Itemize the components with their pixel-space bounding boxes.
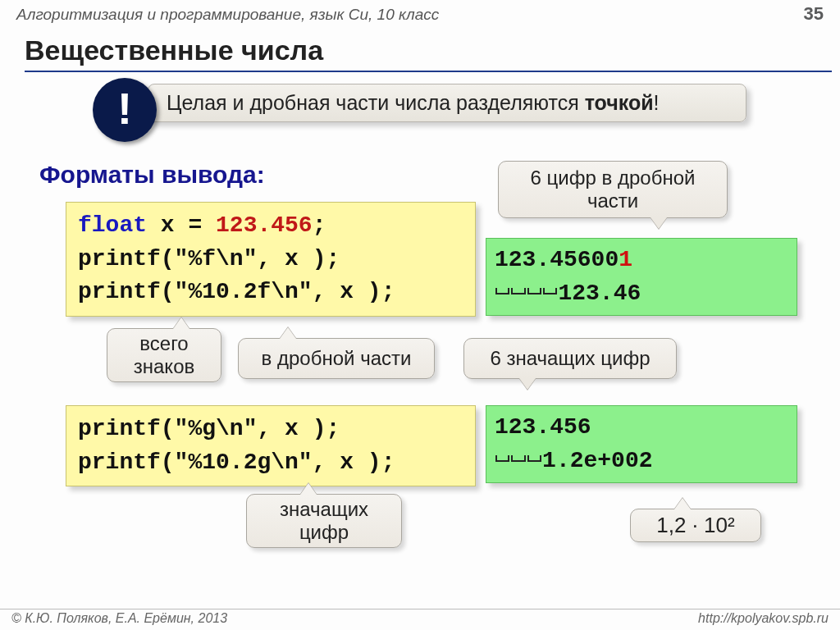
callout-sci: 1,2 · 10² <box>630 509 761 542</box>
section-label: Форматы вывода: <box>39 161 265 189</box>
callout-total: всего знаков <box>107 328 221 382</box>
highlight-digit: 1 <box>619 247 632 272</box>
code-line: printf("%g\n", x ); <box>78 413 463 446</box>
num-literal: 123.456 <box>216 212 313 238</box>
callout-text: в дробной части <box>262 347 412 369</box>
output-line: 1.2e+002 <box>495 445 788 478</box>
callout-six-frac: 6 цифр в дробной части <box>498 161 728 218</box>
slide-header: Алгоритмизация и программирование, язык … <box>0 0 840 25</box>
note-bold: точкой <box>585 91 654 114</box>
output-line: 123.456 <box>495 411 788 445</box>
callout-text: 6 цифр в дробной части <box>531 167 696 212</box>
note-text: Целая и дробная части числа разделяются <box>167 91 585 114</box>
code-line: printf("%f\n", x ); <box>78 243 463 276</box>
output-line: 123.456001 <box>495 244 788 277</box>
slide-footer: © К.Ю. Поляков, Е.А. Ерёмин, 2013 http:/… <box>0 609 840 630</box>
page-title: Вещественные числа <box>25 34 323 66</box>
kw-float: float <box>78 212 147 238</box>
page-number: 35 <box>804 3 824 25</box>
note-after: ! <box>654 91 660 114</box>
callout-text: значащих цифр <box>280 498 368 543</box>
note-box: ! Целая и дробная части числа разделяютс… <box>148 84 746 122</box>
callout-six-sig: 6 значащих цифр <box>463 338 677 379</box>
title-rule <box>25 71 832 72</box>
callout-in-frac: в дробной части <box>238 338 435 379</box>
callout-text: 1,2 · 10² <box>656 513 734 537</box>
breadcrumb: Алгоритмизация и программирование, язык … <box>16 6 439 24</box>
callout-text: 6 значащих цифр <box>490 347 650 369</box>
exclamation-icon: ! <box>93 78 157 142</box>
code-block-2: printf("%g\n", x ); printf("%10.2g\n", x… <box>66 405 476 486</box>
output-block-1: 123.456001 123.46 <box>486 238 797 316</box>
footer-left: © К.Ю. Поляков, Е.А. Ерёмин, 2013 <box>11 611 227 626</box>
code-block-1: float x = 123.456; printf("%f\n", x ); p… <box>66 202 476 317</box>
code-line: float x = 123.456; <box>78 209 463 243</box>
output-block-2: 123.456 1.2e+002 <box>486 405 797 483</box>
footer-right: http://kpolyakov.spb.ru <box>698 611 829 626</box>
code-line: printf("%10.2f\n", x ); <box>78 276 463 309</box>
output-line: 123.46 <box>495 277 788 311</box>
code-line: printf("%10.2g\n", x ); <box>78 446 463 480</box>
callout-text: всего знаков <box>134 332 194 377</box>
callout-sig-digits: значащих цифр <box>246 494 402 548</box>
